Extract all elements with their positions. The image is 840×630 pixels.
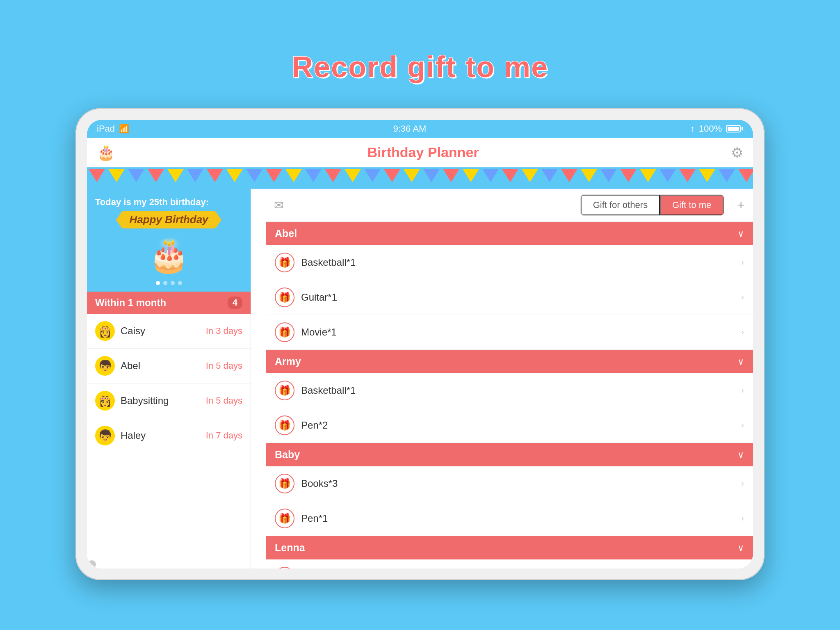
nav-bar: 🎂 Birthday Planner ⚙ — [87, 138, 753, 167]
table-row[interactable]: 🎁Pen*1› — [266, 501, 753, 536]
gift-icon: 🎁 — [275, 509, 294, 528]
table-row[interactable]: 🎁Pen*2› — [266, 408, 753, 443]
table-row[interactable]: 🎁Guitar*1› — [266, 280, 753, 315]
person-group-header[interactable]: Lenna∨ — [266, 536, 753, 559]
bunting-flag — [482, 169, 499, 182]
time-display: 9:36 AM — [393, 123, 427, 134]
gift-icon: 🎁 — [275, 567, 294, 568]
birthday-today-text: Today is my 25th birthday: — [95, 197, 209, 208]
ipad-screen: iPad 📶 9:36 AM ↑ 100% 🎂 Birthday Planner… — [87, 120, 753, 568]
battery-fill — [728, 127, 739, 131]
bunting-flag — [384, 169, 400, 182]
dot-1 — [156, 281, 160, 285]
person-group-header[interactable]: Abel∨ — [266, 222, 753, 245]
within-section-count: 4 — [228, 297, 242, 309]
bunting-flag — [679, 169, 696, 182]
right-panel: ✉ Gift for others Gift to me + Abel∨🎁Bas… — [266, 189, 753, 568]
list-item[interactable]: 👦HaleyIn 7 days — [87, 418, 251, 453]
gift-chevron-icon: › — [741, 385, 744, 396]
bunting-flag — [285, 169, 302, 182]
bunting-flag — [266, 169, 282, 182]
list-item[interactable]: 👦AbelIn 5 days — [87, 349, 251, 383]
person-days: In 7 days — [206, 430, 242, 441]
bunting-flag — [502, 169, 518, 182]
list-item[interactable]: 👸CaisyIn 3 days — [87, 314, 251, 349]
bunting-flag — [167, 169, 184, 182]
birthday-banner: Happy Birthday — [121, 211, 216, 228]
dot-4 — [178, 281, 182, 285]
battery-label: 100% — [699, 123, 722, 134]
bunting-flag — [345, 169, 361, 182]
gift-chevron-icon: › — [741, 478, 744, 489]
wifi-icon: 📶 — [119, 124, 129, 134]
gift-chevron-icon: › — [741, 292, 744, 303]
gift-icon: 🎁 — [275, 381, 294, 400]
cake-nav-icon[interactable]: 🎂 — [97, 144, 115, 161]
within-section-header: Within 1 month 4 — [87, 292, 251, 314]
chevron-down-icon: ∨ — [737, 543, 744, 553]
person-group-name: Lenna — [275, 542, 305, 554]
segmented-control: Gift for others Gift to me — [580, 194, 724, 216]
bunting-flag — [404, 169, 420, 182]
gift-for-others-tab[interactable]: Gift for others — [581, 195, 660, 215]
mail-icon[interactable]: ✉ — [274, 199, 283, 212]
gift-icon: 🎁 — [275, 253, 294, 272]
bunting-flag — [443, 169, 459, 182]
table-row[interactable]: 🎁Basketball*1› — [266, 373, 753, 408]
gift-icon: 🎁 — [275, 288, 294, 307]
gift-chevron-icon: › — [741, 327, 744, 338]
gift-to-me-tab[interactable]: Gift to me — [660, 195, 724, 215]
location-icon: ↑ — [690, 123, 695, 134]
person-group-name: Abel — [275, 228, 297, 240]
add-button[interactable]: + — [737, 198, 745, 213]
gift-chevron-icon: › — [741, 513, 744, 524]
bunting-bar — [87, 167, 753, 189]
list-item[interactable]: 👸BabysittingIn 5 days — [87, 383, 251, 418]
person-name: Haley — [121, 430, 200, 441]
bunting-flag — [207, 169, 223, 182]
person-group-name: Baby — [275, 449, 300, 461]
bunting-flag — [226, 169, 243, 182]
person-days: In 3 days — [206, 326, 242, 336]
person-name: Caisy — [121, 325, 200, 337]
person-group-header[interactable]: Army∨ — [266, 350, 753, 373]
dot-3 — [171, 281, 175, 285]
gift-name: Movie*1 — [301, 326, 735, 338]
table-row[interactable]: 🎁Basketball*1› — [266, 245, 753, 280]
main-content: Today is my 25th birthday: Happy Birthda… — [87, 189, 753, 568]
status-right: ↑ 100% — [690, 123, 743, 134]
person-name: Babysitting — [121, 395, 200, 406]
right-toolbar: ✉ Gift for others Gift to me + — [266, 189, 753, 222]
gift-icon: 🎁 — [275, 415, 294, 435]
settings-icon[interactable]: ⚙ — [731, 144, 743, 161]
bunting-flag — [581, 169, 597, 182]
carousel-dots — [156, 281, 182, 285]
bunting-flag — [128, 169, 144, 182]
battery-tip — [742, 127, 743, 130]
person-days: In 5 days — [206, 395, 242, 406]
avatar: 👸 — [95, 321, 115, 341]
gift-chevron-icon: › — [741, 420, 744, 431]
gift-chevron-icon: › — [741, 257, 744, 268]
battery-icon — [726, 125, 743, 132]
bunting-flag — [738, 169, 753, 182]
table-row[interactable]: 🎁Books*3› — [266, 466, 753, 501]
ipad-frame: iPad 📶 9:36 AM ↑ 100% 🎂 Birthday Planner… — [75, 108, 765, 580]
gift-icon: 🎁 — [275, 474, 294, 493]
bunting-flag — [600, 169, 617, 182]
bunting-flag — [463, 169, 479, 182]
chevron-down-icon: ∨ — [737, 228, 744, 239]
avatar: 👦 — [95, 356, 115, 376]
page-title: Record gift to me — [292, 50, 548, 84]
gift-name: Books*3 — [301, 478, 735, 489]
table-row[interactable]: 🎁Movie*1› — [266, 315, 753, 350]
bunting-flag — [541, 169, 558, 182]
person-group-header[interactable]: Baby∨ — [266, 443, 753, 466]
sidebar: Today is my 25th birthday: Happy Birthda… — [87, 189, 251, 568]
bunting-flags — [87, 169, 753, 182]
gift-name: Pen*1 — [301, 513, 735, 524]
bunting-flag — [108, 169, 125, 182]
device-label: iPad — [97, 123, 115, 134]
table-row[interactable]: 🎁Books*1› — [266, 559, 753, 568]
bunting-flag — [187, 169, 203, 182]
